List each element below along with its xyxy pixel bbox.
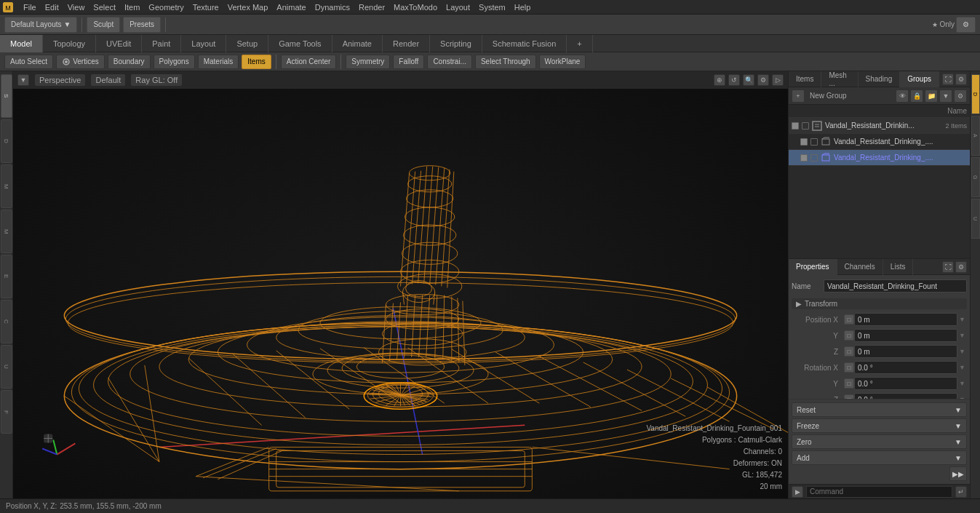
zero-button[interactable]: Zero ▼ <box>792 434 967 449</box>
er-tab-dir[interactable]: D <box>971 74 980 114</box>
menu-item-help[interactable]: Help <box>510 3 535 12</box>
viewport-menu-button[interactable]: ▼ <box>17 74 29 86</box>
name-input-field[interactable] <box>824 279 967 293</box>
position-z-input[interactable] <box>854 345 957 358</box>
left-tool-dupl[interactable]: D <box>1 119 12 163</box>
rotation-z-input[interactable] <box>854 393 957 399</box>
transform-section-header[interactable]: ▶ Transform <box>792 298 967 309</box>
props-settings[interactable]: ⚙ <box>955 261 967 273</box>
group-item-parent[interactable]: Vandal_Resistant_Drinkin... 2 Items <box>789 118 970 134</box>
left-tool-mesh2[interactable]: M <box>1 210 12 253</box>
menu-item-animate[interactable]: Animate <box>272 3 310 12</box>
props-tab-lists[interactable]: Lists <box>883 259 914 275</box>
default-layouts-button[interactable]: Default Layouts ▼ <box>4 17 77 33</box>
command-input[interactable] <box>806 486 952 498</box>
menu-item-dynamics[interactable]: Dynamics <box>311 3 354 12</box>
group-lock-toggle[interactable] <box>802 122 809 130</box>
left-tool-sculpt[interactable]: S <box>1 74 12 118</box>
right-tab-items[interactable]: Items <box>789 71 821 87</box>
mode-tab-animate[interactable]: Animate <box>332 35 383 52</box>
right-panel-expand[interactable]: ⛶ <box>942 73 954 85</box>
new-group-button[interactable]: + <box>792 90 805 103</box>
groups-list[interactable]: Vandal_Resistant_Drinkin... 2 Items Vand… <box>789 118 970 188</box>
left-tool-cu[interactable]: C <box>1 300 12 343</box>
right-tab-groups[interactable]: Groups <box>900 71 939 87</box>
group-item-child-1[interactable]: Vandal_Resistant_Drinking_.... <box>789 134 970 150</box>
falloff-button[interactable]: Falloff <box>393 55 424 69</box>
mode-tab-model[interactable]: Model <box>0 35 43 52</box>
right-panel-settings[interactable]: ⚙ <box>955 73 967 85</box>
workplane-button[interactable]: WorkPlane <box>539 55 586 69</box>
mode-tab-+[interactable]: + <box>567 35 592 52</box>
settings-gear-button[interactable]: ⚙ <box>956 17 976 33</box>
rotation-y-lock[interactable]: □ <box>844 378 854 389</box>
group-visibility-toggle[interactable] <box>792 122 799 130</box>
viewport-container[interactable]: ▼ Perspective Default Ray GL: Off ⊕ ↺ 🔍 … <box>13 71 788 498</box>
menu-item-render[interactable]: Render <box>354 3 389 12</box>
mode-tab-setup[interactable]: Setup <box>226 35 268 52</box>
rotation-x-lock[interactable]: □ <box>844 362 854 373</box>
viewport-settings-button[interactable]: ⚙ <box>757 74 769 86</box>
position-z-lock[interactable]: □ <box>844 346 854 357</box>
menu-item-vertex map[interactable]: Vertex Map <box>223 3 273 12</box>
polygons-button[interactable]: Polygons <box>154 55 195 69</box>
auto-select-button[interactable]: Auto Select <box>4 55 53 69</box>
command-arrow-button[interactable]: ▶ <box>792 486 803 498</box>
position-y-input[interactable] <box>854 329 957 342</box>
symmetry-button[interactable]: Symmetry <box>346 55 390 69</box>
freeze-button[interactable]: Freeze ▼ <box>792 418 967 433</box>
position-y-lock[interactable]: □ <box>844 330 854 341</box>
mode-tab-paint[interactable]: Paint <box>142 35 181 52</box>
props-expand[interactable]: ⛶ <box>942 261 954 273</box>
menu-item-select[interactable]: Select <box>89 3 120 12</box>
mode-tab-render[interactable]: Render <box>383 35 430 52</box>
menu-item-file[interactable]: File <box>19 3 41 12</box>
viewport-home-button[interactable]: ⊕ <box>714 74 725 86</box>
left-tool-uv[interactable]: U <box>1 345 12 389</box>
perspective-label[interactable]: Perspective <box>35 74 85 86</box>
left-tool-mesh1[interactable]: M <box>1 164 12 208</box>
add-button[interactable]: Add ▼ <box>792 450 967 465</box>
mode-tab-game-tools[interactable]: Game Tools <box>268 35 332 52</box>
props-tab-channels[interactable]: Channels <box>837 259 883 275</box>
position-y-arrow[interactable]: ▼ <box>957 332 967 339</box>
groups-eye-button[interactable]: 👁 <box>896 90 909 103</box>
mode-tab-topology[interactable]: Topology <box>43 35 96 52</box>
props-expand-button[interactable]: ▶▶ <box>949 466 967 481</box>
items-button[interactable]: Items <box>242 55 271 69</box>
right-tab-shading[interactable]: Shading <box>859 71 901 87</box>
rotation-y-arrow[interactable]: ▼ <box>957 380 967 387</box>
viewport-undo-button[interactable]: ↺ <box>728 74 740 86</box>
menu-item-geometry[interactable]: Geometry <box>144 3 188 12</box>
vertices-button[interactable]: Vertices <box>56 55 105 69</box>
mode-tab-schematic-fusion[interactable]: Schematic Fusion <box>482 35 567 52</box>
child1-lock[interactable] <box>810 138 818 146</box>
action-center-button[interactable]: Action Center <box>281 55 337 69</box>
position-x-lock[interactable]: □ <box>844 314 854 325</box>
constraint-button[interactable]: Constrai... <box>427 55 472 69</box>
menu-item-texture[interactable]: Texture <box>188 3 223 12</box>
raygl-label[interactable]: Ray GL: Off <box>131 74 182 86</box>
boundary-button[interactable]: Boundary <box>108 55 151 69</box>
menu-item-maxtomodo[interactable]: MaxToModo <box>389 3 442 12</box>
mode-tab-uvedit[interactable]: UVEdit <box>96 35 142 52</box>
er-tab-asse[interactable]: A <box>971 116 980 156</box>
right-tab-mesh[interactable]: Mesh ... <box>821 71 858 87</box>
menu-item-item[interactable]: Item <box>120 3 144 12</box>
props-tab-properties[interactable]: Properties <box>789 259 837 275</box>
groups-settings-button[interactable]: ⚙ <box>954 90 967 103</box>
group-item-child-2[interactable]: Vandal_Resistant_Drinking_.... <box>789 150 970 166</box>
viewport-search-button[interactable]: 🔍 <box>743 74 754 86</box>
command-exec-button[interactable]: ↵ <box>955 486 967 498</box>
position-x-arrow[interactable]: ▼ <box>957 316 967 323</box>
er-tab-gr[interactable]: G <box>971 157 980 197</box>
viewport-canvas[interactable]: Vandal_Resistant_Drinking_Fountain_001 P… <box>13 89 788 498</box>
mode-tab-scripting[interactable]: Scripting <box>430 35 482 52</box>
sculpt-button[interactable]: Sculpt <box>87 17 120 33</box>
reset-button[interactable]: Reset ▼ <box>792 402 967 417</box>
position-z-arrow[interactable]: ▼ <box>957 348 967 355</box>
menu-item-system[interactable]: System <box>474 3 510 12</box>
rotation-y-input[interactable] <box>854 377 957 390</box>
mode-tab-layout[interactable]: Layout <box>181 35 226 52</box>
rotation-x-input[interactable] <box>854 361 957 374</box>
